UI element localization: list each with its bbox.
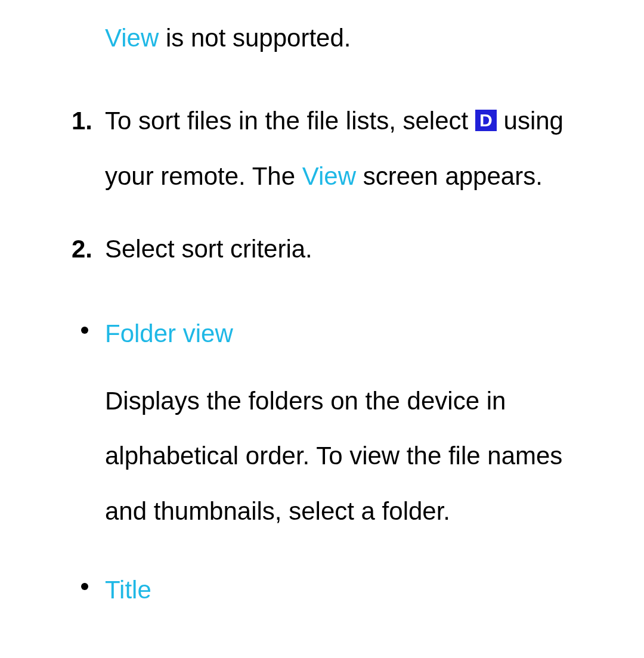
step-1-part1: To sort files in the file lists, select [105,107,475,135]
document-content: View is not supported. To sort files in … [0,0,644,658]
folder-view-title: Folder view [105,306,608,361]
step-2-text: Select sort criteria. [105,235,312,263]
step-1-part3: screen appears. [356,162,543,190]
folder-view-desc: Displays the folders on the device in al… [105,374,608,539]
view-keyword-inline: View [302,162,356,190]
criteria-folder-view: Folder view Displays the folders on the … [72,306,608,539]
steps-list: To sort files in the file lists, select … [72,94,608,277]
criteria-title: Title [72,563,608,617]
step-1: To sort files in the file lists, select … [72,94,608,204]
d-button-icon: D [475,110,497,131]
intro-rest: is not supported. [159,24,351,52]
title-criteria-title: Title [105,563,608,617]
intro-text: View is not supported. [105,18,608,58]
step-2: Select sort criteria. [72,222,608,277]
criteria-list: Folder view Displays the folders on the … [72,306,608,617]
view-keyword: View [105,24,159,52]
